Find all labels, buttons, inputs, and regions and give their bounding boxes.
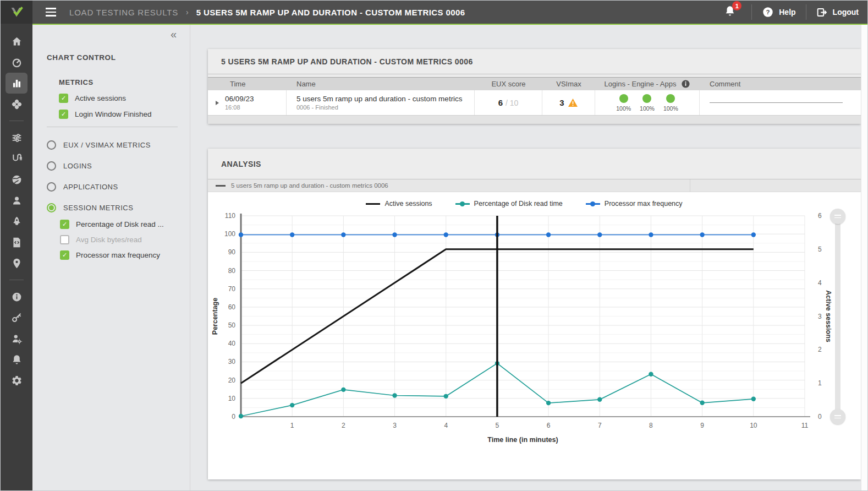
sidebar-item-home[interactable] xyxy=(6,35,28,48)
legend-label: Percentage of Disk read time xyxy=(474,200,563,208)
series-toggle[interactable]: 5 users 5m ramp up and duration - custom… xyxy=(216,182,388,189)
svg-text:1: 1 xyxy=(818,379,822,387)
svg-text:3: 3 xyxy=(818,313,822,320)
radio-applications[interactable]: APPLICATIONS xyxy=(47,182,178,192)
radio-unselected-icon xyxy=(47,161,56,171)
menu-toggle-button[interactable] xyxy=(46,8,56,17)
svg-text:110: 110 xyxy=(225,212,235,220)
column-header-eux-score: EUX score xyxy=(475,78,542,90)
topbar-divider xyxy=(806,4,806,20)
legend-marker-icon xyxy=(586,203,600,205)
test-status: 0006 - Finished xyxy=(296,104,463,111)
sidebar-item-launcher[interactable] xyxy=(6,215,28,228)
status-dot-green xyxy=(642,94,651,103)
right-axis-range-slider xyxy=(830,209,845,424)
checkbox-avg-disk-bytes-read[interactable]: Avg Disk bytes/read xyxy=(60,235,178,244)
logout-button[interactable]: Logout xyxy=(816,7,859,18)
svg-text:2: 2 xyxy=(342,422,345,429)
sidebar-item-connections[interactable] xyxy=(6,152,28,165)
slider-handle-top[interactable] xyxy=(830,209,845,224)
sidebar-item-user-management[interactable] xyxy=(6,332,28,345)
slider-handle-bottom[interactable] xyxy=(830,409,845,424)
sidebar-item-scripts[interactable] xyxy=(6,236,28,249)
home-icon xyxy=(11,36,23,47)
bar-chart-icon xyxy=(11,78,23,89)
svg-text:6: 6 xyxy=(547,422,551,429)
sidebar-item-environment[interactable] xyxy=(6,173,28,186)
gear-icon xyxy=(11,375,23,386)
sidebar-item-locations[interactable] xyxy=(6,257,28,270)
logins-status: 100% xyxy=(616,94,631,112)
notifications-button[interactable]: 1 xyxy=(724,5,736,19)
svg-text:80: 80 xyxy=(228,267,236,275)
connector-icon xyxy=(11,153,23,165)
breadcrumb[interactable]: LOAD TESTING RESULTS xyxy=(69,8,178,17)
column-header-logins-engine-apps: Logins - Engine - Apps xyxy=(595,78,700,90)
radio-unselected-icon xyxy=(47,182,56,192)
checkbox-login-window-finished[interactable]: Login Window Finished xyxy=(59,110,178,119)
comment-input[interactable] xyxy=(710,102,843,103)
help-label: Help xyxy=(779,8,795,17)
checkbox-percentage-disk-read[interactable]: Percentage of Disk read ... xyxy=(60,220,178,229)
svg-text:9: 9 xyxy=(700,422,704,429)
info-icon[interactable] xyxy=(681,79,690,89)
bell-icon xyxy=(11,354,23,365)
page-scrollbar[interactable] xyxy=(861,25,867,491)
svg-text:6: 6 xyxy=(818,212,822,220)
radio-logins[interactable]: LOGINS xyxy=(47,161,178,171)
collapse-panel-button[interactable]: « xyxy=(171,28,177,41)
slider-track[interactable] xyxy=(835,216,840,417)
rocket-icon xyxy=(11,216,23,227)
sidebar-item-dashboard[interactable] xyxy=(6,56,28,69)
help-button[interactable]: ? Help xyxy=(762,6,795,18)
location-pin-icon xyxy=(11,258,23,269)
sidebar-item-results[interactable] xyxy=(6,73,28,94)
key-icon xyxy=(11,312,23,324)
analysis-card-header: ANALYSIS xyxy=(208,149,861,179)
sidebar-item-tune[interactable] xyxy=(6,131,28,144)
sidebar-item-users[interactable] xyxy=(6,194,28,207)
checkbox-active-sessions[interactable]: Active sessions xyxy=(59,94,178,103)
sidebar-item-notifications[interactable] xyxy=(6,353,28,366)
column-header-name: Name xyxy=(287,78,475,90)
sidebar-item-apps[interactable] xyxy=(6,97,28,111)
sidebar-item-settings[interactable] xyxy=(6,374,28,387)
svg-text:4: 4 xyxy=(818,279,822,287)
legend-marker-icon xyxy=(366,203,380,205)
app-logo[interactable] xyxy=(1,1,32,24)
analysis-card-title: ANALYSIS xyxy=(221,160,261,168)
row-expander-icon[interactable] xyxy=(216,101,219,105)
script-file-icon xyxy=(11,237,23,248)
sidebar-item-access[interactable] xyxy=(6,311,28,324)
legend-item[interactable]: Active sessions xyxy=(366,200,432,208)
svg-text:5: 5 xyxy=(496,422,499,429)
legend-label: Active sessions xyxy=(384,200,432,208)
status-dot-green xyxy=(619,94,628,103)
checkbox-processor-max-frequency[interactable]: Processor max frequency xyxy=(60,250,178,260)
sidebar-item-info[interactable] xyxy=(6,290,28,303)
status-dot-green xyxy=(666,94,675,103)
person-icon xyxy=(11,195,23,206)
series-band-divider xyxy=(690,179,690,192)
legend-item[interactable]: Processor max frequency xyxy=(586,200,683,208)
eux-score-value: 6 xyxy=(498,98,503,107)
svg-text:70: 70 xyxy=(228,285,236,293)
table-row[interactable]: 06/09/23 16:08 5 users 5m ramp up and du… xyxy=(208,90,861,115)
column-header-time: Time xyxy=(208,78,287,90)
eux-score-max: / 10 xyxy=(506,99,518,107)
rail-divider xyxy=(9,121,24,121)
radio-session-metrics[interactable]: SESSION METRICS xyxy=(47,203,178,212)
column-header-comment: Comment xyxy=(700,78,861,90)
svg-text:1: 1 xyxy=(290,422,294,429)
globe-icon xyxy=(11,174,23,186)
gauge-icon xyxy=(11,57,23,68)
top-bar: LOAD TESTING RESULTS › 5 USERS 5M RAMP U… xyxy=(32,1,867,25)
radio-eux-vsimax-metrics[interactable]: EUX / VSIMAX METRICS xyxy=(47,140,178,150)
tune-icon xyxy=(11,132,23,144)
radio-unselected-icon xyxy=(47,140,56,150)
legend-item[interactable]: Percentage of Disk read time xyxy=(455,200,563,208)
series-toggle-band: 5 users 5m ramp up and duration - custom… xyxy=(208,179,861,192)
test-time: 16:08 xyxy=(225,104,254,111)
page-title: 5 USERS 5M RAMP UP AND DURATION - CUSTOM… xyxy=(196,8,465,17)
svg-text:60: 60 xyxy=(228,303,236,311)
